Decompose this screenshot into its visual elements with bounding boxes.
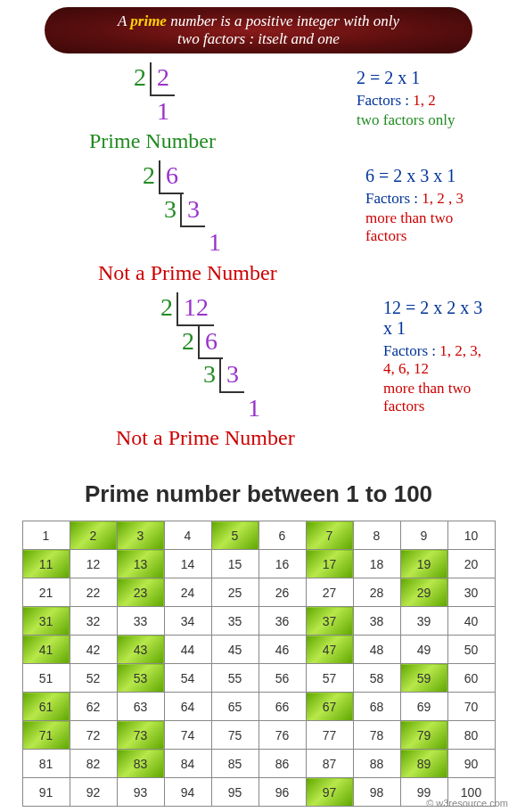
equation: 12 = 2 x 2 x 3 x 1 xyxy=(383,298,490,339)
dividend: 12 xyxy=(176,292,214,326)
number-cell: 41 xyxy=(22,636,70,664)
facts-3: 12 = 2 x 2 x 3 x 1 Factors : 1, 2, 3, 4,… xyxy=(383,292,490,415)
number-cell: 53 xyxy=(117,664,164,693)
remainder: 1 xyxy=(150,96,169,127)
table-row: 41424344454647484950 xyxy=(22,636,495,664)
number-cell: 17 xyxy=(306,550,353,578)
number-cell: 19 xyxy=(400,550,447,578)
verdict-prime: Prime Number xyxy=(89,129,357,153)
banner-line-2: two factors : itselt and one xyxy=(177,30,340,48)
number-cell: 38 xyxy=(353,607,400,636)
dividend: 2 xyxy=(150,62,175,96)
factors-values: 1, 2 xyxy=(413,92,436,109)
dividend: 6 xyxy=(198,326,223,360)
number-cell: 96 xyxy=(258,778,306,807)
number-cell: 76 xyxy=(258,721,306,750)
number-cell: 21 xyxy=(22,578,70,607)
example-3: 212 26 33 1 Not a Prime Number 12 = 2 x … xyxy=(27,292,490,450)
number-cell: 91 xyxy=(22,778,70,807)
note: more than two factors xyxy=(383,380,490,415)
number-cell: 37 xyxy=(306,607,353,636)
table-row: 919293949596979899100 xyxy=(22,778,495,807)
number-cell: 10 xyxy=(447,521,495,550)
number-cell: 93 xyxy=(117,778,164,807)
number-cell: 39 xyxy=(400,607,447,636)
divisor: 2 xyxy=(152,292,173,323)
number-cell: 61 xyxy=(22,693,70,721)
number-cell: 14 xyxy=(164,550,211,578)
number-cell: 16 xyxy=(258,550,306,578)
number-cell: 86 xyxy=(258,750,306,778)
number-cell: 57 xyxy=(306,664,353,693)
banner-pre: A xyxy=(118,12,130,29)
number-cell: 82 xyxy=(70,750,117,778)
number-cell: 95 xyxy=(211,778,258,807)
number-cell: 40 xyxy=(447,607,495,636)
number-cell: 9 xyxy=(400,521,447,550)
number-cell: 43 xyxy=(117,636,164,664)
table-title: Prime number between 1 to 100 xyxy=(0,480,517,508)
number-cell: 68 xyxy=(353,693,400,721)
number-cell: 98 xyxy=(353,778,400,807)
equation: 6 = 2 x 3 x 1 xyxy=(365,166,490,186)
definition-banner: A prime number is a positive integer wit… xyxy=(45,7,472,53)
table-row: 61626364656667686970 xyxy=(22,693,495,721)
number-cell: 64 xyxy=(164,693,211,721)
number-cell: 34 xyxy=(164,607,211,636)
dividend: 3 xyxy=(219,359,244,393)
division-2: 26 33 1 Not a Prime Number xyxy=(134,160,365,285)
number-cell: 22 xyxy=(70,578,117,607)
number-cell: 75 xyxy=(211,721,258,750)
number-cell: 18 xyxy=(353,550,400,578)
number-cell: 63 xyxy=(117,693,164,721)
number-cell: 7 xyxy=(306,521,353,550)
number-cell: 92 xyxy=(70,778,117,807)
number-cell: 6 xyxy=(258,521,306,550)
number-cell: 84 xyxy=(164,750,211,778)
number-cell: 33 xyxy=(117,607,164,636)
note: two factors only xyxy=(357,111,490,129)
number-cell: 73 xyxy=(117,721,164,750)
number-cell: 2 xyxy=(70,521,117,550)
facts-2: 6 = 2 x 3 x 1 Factors : 1, 2 , 3 more th… xyxy=(365,160,490,245)
table-row: 11121314151617181920 xyxy=(22,550,495,578)
number-cell: 36 xyxy=(258,607,306,636)
factors-label: Factors : xyxy=(383,342,439,359)
number-cell: 78 xyxy=(353,721,400,750)
number-cell: 29 xyxy=(400,578,447,607)
note: more than two factors xyxy=(365,209,490,245)
number-cell: 71 xyxy=(22,721,70,750)
number-cell: 11 xyxy=(22,550,70,578)
table-row: 31323334353637383940 xyxy=(22,607,495,636)
divisor: 2 xyxy=(173,326,194,357)
number-cell: 83 xyxy=(117,750,164,778)
table-row: 51525354555657585960 xyxy=(22,664,495,693)
example-2: 26 33 1 Not a Prime Number 6 = 2 x 3 x 1… xyxy=(27,160,490,285)
number-cell: 47 xyxy=(306,636,353,664)
number-cell: 51 xyxy=(22,664,70,693)
banner-prime-word: prime xyxy=(130,12,167,29)
number-cell: 66 xyxy=(258,693,306,721)
number-cell: 54 xyxy=(164,664,211,693)
number-cell: 35 xyxy=(211,607,258,636)
number-cell: 58 xyxy=(353,664,400,693)
number-cell: 87 xyxy=(306,750,353,778)
factors-line: Factors : 1, 2, 3, 4, 6, 12 xyxy=(383,342,490,378)
number-cell: 5 xyxy=(211,521,258,550)
number-cell: 62 xyxy=(70,693,117,721)
remainder: 1 xyxy=(201,227,221,258)
number-cell: 31 xyxy=(22,607,70,636)
number-cell: 59 xyxy=(400,664,447,693)
factors-line: Factors : 1, 2 xyxy=(357,92,490,110)
facts-1: 2 = 2 x 1 Factors : 1, 2 two factors onl… xyxy=(357,62,490,129)
table-row: 71727374757677787980 xyxy=(22,721,495,750)
table-row: 12345678910 xyxy=(22,521,495,550)
number-cell: 30 xyxy=(447,578,495,607)
number-cell: 70 xyxy=(447,693,495,721)
number-cell: 23 xyxy=(117,578,164,607)
copyright: © w3resource.com xyxy=(426,798,508,808)
number-cell: 25 xyxy=(211,578,258,607)
example-1: 22 1 Prime Number 2 = 2 x 1 Factors : 1,… xyxy=(27,62,490,153)
number-cell: 55 xyxy=(211,664,258,693)
number-cell: 72 xyxy=(70,721,117,750)
